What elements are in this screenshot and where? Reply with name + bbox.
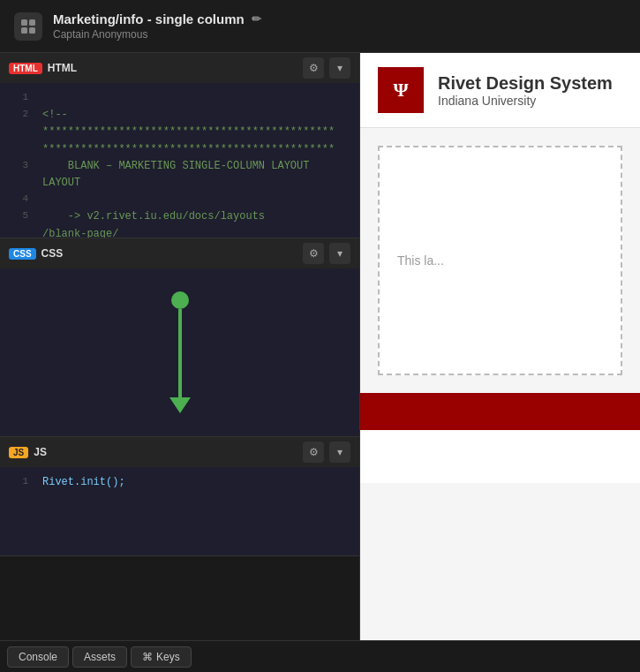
preview-subtitle: Indiana University: [438, 94, 613, 108]
code-line: 1: [0, 90, 359, 107]
user-name: Captain Anonymous: [53, 28, 626, 41]
css-controls: ⚙ ▾: [303, 243, 350, 264]
css-code-body: [0, 268, 359, 436]
drag-arrow: [169, 291, 191, 413]
code-line: 2 <!--: [0, 107, 359, 124]
code-line: 3 BLANK – MARKETING SINGLE-COLUMN LAYOUT: [0, 158, 359, 175]
preview-header-text: Rivet Design System Indiana University: [438, 73, 613, 108]
js-code-body: 1 Rivet.init();: [0, 467, 359, 555]
html-header: HTML HTML ⚙ ▾: [0, 53, 359, 83]
preview-content: This la...: [360, 128, 640, 393]
bottom-bar: Console Assets ⌘ Keys: [0, 640, 640, 672]
js-settings-button[interactable]: ⚙: [303, 442, 324, 463]
html-settings-button[interactable]: ⚙: [303, 57, 324, 79]
svg-rect-2: [21, 27, 27, 34]
cmd-icon: ⌘: [142, 651, 153, 663]
console-tab[interactable]: Console: [7, 646, 69, 668]
svg-text:Ψ: Ψ: [393, 79, 409, 101]
app-logo: [14, 12, 42, 41]
code-line: 4: [0, 192, 359, 208]
code-line: 1 Rivet.init();: [0, 474, 359, 491]
placeholder-text: This la...: [397, 253, 444, 268]
js-title: JS: [34, 446, 47, 458]
js-section: JS JS ⚙ ▾ 1 Rivet.init();: [0, 437, 359, 556]
top-bar: Marketing/info - single column ✏ Captain…: [0, 0, 640, 53]
code-line: 5 -> v2.rivet.iu.edu/docs/layouts: [0, 208, 359, 225]
iu-logo: Ψ: [378, 67, 424, 113]
css-badge: CSS: [9, 248, 36, 260]
main-layout: HTML HTML ⚙ ▾ 1 2 <!--: [0, 53, 640, 640]
html-section: HTML HTML ⚙ ▾ 1 2 <!--: [0, 53, 359, 238]
svg-rect-1: [29, 19, 35, 26]
css-header: CSS CSS ⚙ ▾: [0, 238, 359, 268]
code-line: /blank-page/: [0, 226, 359, 238]
edit-icon[interactable]: ✏: [252, 12, 261, 26]
red-bar: [360, 393, 640, 430]
preview-header: Ψ Rivet Design System Indiana University: [360, 53, 640, 128]
css-title: CSS: [41, 247, 64, 260]
title-block: Marketing/info - single column ✏ Captain…: [53, 11, 626, 41]
html-code-body: 1 2 <!-- *******************************…: [0, 83, 359, 238]
keys-label: Keys: [156, 651, 180, 663]
svg-rect-3: [29, 27, 35, 34]
js-label: JS JS: [9, 446, 47, 458]
arrow-dot: [171, 291, 189, 309]
html-label: HTML HTML: [9, 62, 77, 74]
placeholder-box: This la...: [378, 146, 622, 375]
js-badge: JS: [9, 447, 28, 458]
css-settings-button[interactable]: ⚙: [303, 243, 324, 264]
css-section: CSS CSS ⚙ ▾: [0, 238, 359, 437]
left-panel: HTML HTML ⚙ ▾ 1 2 <!--: [0, 53, 360, 640]
preview-title: Rivet Design System: [438, 73, 613, 94]
keys-tab[interactable]: ⌘ Keys: [131, 646, 192, 668]
preview-panel: Ψ Rivet Design System Indiana University…: [360, 53, 640, 640]
js-header: JS JS ⚙ ▾: [0, 437, 359, 467]
html-collapse-button[interactable]: ▾: [329, 57, 350, 79]
html-title: HTML: [48, 62, 77, 74]
code-line: ****************************************…: [0, 124, 359, 140]
arrow-line: [178, 309, 182, 397]
assets-tab[interactable]: Assets: [72, 646, 127, 668]
css-label: CSS CSS: [9, 247, 63, 260]
js-controls: ⚙ ▾: [303, 442, 350, 463]
white-footer: [360, 430, 640, 483]
code-line: ****************************************…: [0, 141, 359, 158]
svg-rect-0: [21, 19, 27, 26]
page-title: Marketing/info - single column ✏: [53, 11, 626, 26]
html-badge: HTML: [9, 63, 42, 74]
js-collapse-button[interactable]: ▾: [329, 442, 350, 463]
code-line: LAYOUT: [0, 175, 359, 192]
arrow-head: [169, 397, 191, 413]
html-controls: ⚙ ▾: [303, 57, 350, 79]
css-collapse-button[interactable]: ▾: [329, 243, 350, 264]
